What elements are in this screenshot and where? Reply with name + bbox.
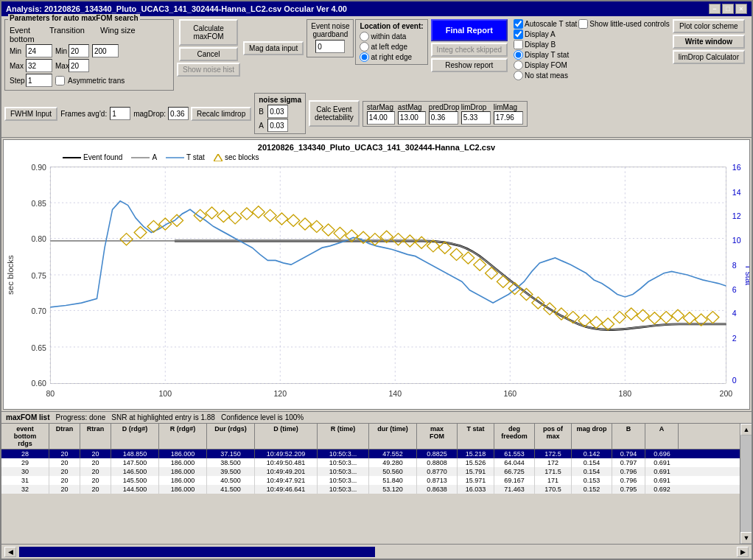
asymmetric-trans-checkbox[interactable] [55,76,65,85]
table-scrollbar-v[interactable]: ▲ ▼ [740,424,752,544]
calculate-maxfom-button[interactable]: Calculate maxFOM [179,19,238,46]
svg-text:2: 2 [732,333,737,343]
right-buttons-col: Plot color scheme Write window limDrop C… [673,19,745,80]
table-row-3[interactable]: 30 20 20 146.500 186.000 39.500 10:49:49… [1,467,740,476]
cell-1-event-bottom: 28 [1,449,49,458]
display-t-stat-row: Display T stat [514,50,670,60]
wing-size-input[interactable] [92,44,119,57]
recalc-limdrop-button[interactable]: Recalc limdrop [191,107,251,121]
svg-text:0.85: 0.85 [31,198,46,208]
right-controls-section: Autoscale T stat Show little-used contro… [514,19,745,80]
noise-location-section: Event noise guardband Location of event:… [307,19,427,65]
write-window-button[interactable]: Write window [673,35,745,49]
bottom-panel: maxFOM list Progress: done SNR at highli… [1,411,752,559]
main-window: Analysis: 20120826_134340_Pluto_UCAC3_14… [0,0,753,560]
table-row-1[interactable]: 28 20 20 148.850 186.000 37.150 10:49:52… [1,449,740,458]
col-dur-rdgs: Dur (rdgs) [207,424,255,449]
noise-a-input[interactable] [267,119,288,132]
scroll-track[interactable] [740,435,752,532]
within-data-row[interactable]: within data [360,32,423,41]
at-left-edge-radio[interactable] [360,42,369,52]
max-transition-input[interactable] [69,59,89,72]
table-row-2[interactable]: 29 20 20 147.500 186.000 38.500 10:49:50… [1,458,740,467]
final-report-button[interactable]: Final Report [431,19,508,41]
cell-1-pos-max: 172.5 [535,449,572,458]
display-a-checkbox[interactable] [514,29,523,39]
at-right-edge-row[interactable]: at right edge [360,52,423,62]
no-stat-meas-row: No stat meas [514,71,670,80]
display-b-checkbox[interactable] [514,40,523,49]
limmag-input[interactable] [494,111,523,125]
plot-color-scheme-button[interactable]: Plot color scheme [673,19,745,33]
autoscale-label: Autoscale T stat [525,20,577,28]
starmag-input[interactable] [367,111,395,125]
cancel-button[interactable]: Cancel [179,47,238,61]
autoscale-checkbox[interactable] [514,19,523,29]
max-event-input[interactable] [26,59,52,72]
top-right-controls: Autoscale T stat Show little-used contro… [514,19,745,80]
col-d-rdg: D (rdg#) [111,424,159,449]
mag-drop-input[interactable] [168,107,189,120]
step-label: Step [10,77,23,85]
limdrop-calculator-button[interactable]: limDrop Calculator [673,50,745,64]
limdrop-label: limDrop [461,103,491,111]
mag-values-group: starMag astMag predDrop limDrop limMag [363,101,528,127]
frames-avgd-input[interactable] [110,107,130,120]
confidence-text: Confidence level is 100% [221,413,304,421]
display-t-stat-radio[interactable] [514,50,523,60]
close-button[interactable]: × [735,4,747,14]
astmag-input[interactable] [398,111,426,125]
maximize-button[interactable]: □ [722,4,734,14]
legend-a-label: A [152,153,157,161]
within-data-radio[interactable] [360,32,369,41]
event-noise-label: Event noise guardband [311,22,349,38]
min-event-input[interactable] [26,44,52,57]
bottom-right-arrow[interactable]: ▶ [737,547,749,557]
at-right-edge-label: at right edge [371,53,412,61]
table-row-4[interactable]: 31 20 20 145.500 186.000 40.500 10:49:47… [1,476,740,485]
command-input[interactable] [19,547,375,557]
step-input[interactable] [26,74,52,87]
noise-b-input[interactable] [267,105,288,118]
min-transition-input[interactable] [69,44,89,57]
legend-t-stat: T stat [166,153,205,161]
mag-data-input-button[interactable]: Mag data input [243,41,304,55]
table-wrapper: eventbottomrdgs Dtran Rtran D (rdg#) R (… [1,424,752,544]
bottom-left-arrow[interactable]: ◀ [4,547,16,557]
cell-1-a: 0.696 [645,449,679,458]
scroll-down-button[interactable]: ▼ [740,532,752,544]
show-noise-hist-button[interactable]: Show noise hist [177,63,240,77]
location-title: Location of event: [360,22,423,30]
svg-text:4: 4 [732,309,737,318]
svg-text:12: 12 [732,211,741,221]
guardband-input[interactable] [315,40,345,53]
display-a-row: Display A [514,29,670,39]
svg-text:14: 14 [732,187,741,197]
minimize-button[interactable]: − [709,4,721,14]
integ-check-button[interactable]: Integ check skipped [431,43,508,57]
table-body: 28 20 20 148.850 186.000 37.150 10:49:52… [1,449,740,544]
mag-drop-section: magDrop: Recalc limdrop [133,107,251,121]
cell-1-dtran: 20 [49,449,80,458]
col-rtran: Rtran [80,424,111,449]
chart-svg: 0.90 0.85 0.80 0.75 0.70 0.65 0.60 16 14… [4,163,749,409]
svg-text:160: 160 [504,388,517,398]
limdrop-input[interactable] [461,111,491,125]
display-fom-radio[interactable] [514,60,523,70]
preddrop-input[interactable] [429,111,458,125]
location-group: Location of event: within data at left e… [355,19,427,65]
fwhm-input-button[interactable]: FWHM Input [4,107,57,121]
top-panel: Parameters for auto maxFOM search Event … [1,16,752,138]
scroll-up-button[interactable]: ▲ [740,424,752,435]
at-right-edge-radio[interactable] [360,52,369,62]
show-little-used-checkbox[interactable] [578,19,588,29]
at-left-edge-row[interactable]: at left edge [360,42,423,52]
reshow-report-button[interactable]: Reshow report [431,58,508,72]
noise-b-label: B [259,108,266,116]
noise-a-row: A [259,119,301,132]
no-stat-meas-radio[interactable] [514,71,523,80]
calc-event-button[interactable]: Calc Event detectability [309,100,360,127]
bottom-row: ◀ ▶ [1,544,752,559]
display-a-label: Display A [525,30,556,38]
table-row-5[interactable]: 32 20 20 144.500 186.000 41.500 10:49:46… [1,485,740,494]
